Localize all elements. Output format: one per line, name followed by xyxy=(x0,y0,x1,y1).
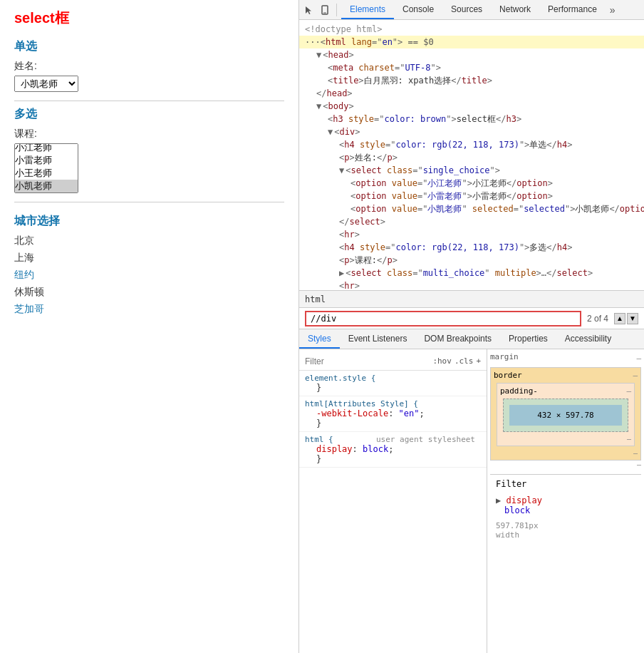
add-style-button[interactable]: + xyxy=(476,356,481,366)
style-rule-html: html { user agent stylesheet display: bl… xyxy=(299,432,487,468)
tab-dom-breakpoints[interactable]: DOM Breakpoints xyxy=(415,329,500,349)
styles-panel: :hov .cls + element.style { } html[Attri… xyxy=(299,349,644,653)
styles-filter-bar: :hov .cls + xyxy=(299,352,487,371)
line-opt2: <option value="小雷老师">小雷老师</option> xyxy=(299,190,644,202)
tab-network[interactable]: Network xyxy=(491,0,539,19)
border-bottom-dash: – xyxy=(494,449,638,457)
city-newyork: 纽约 xyxy=(14,269,284,282)
style-rule-element: element.style { } xyxy=(299,371,487,396)
multi-select[interactable]: 小江老师 小雷老师 小王老师 小凯老师 xyxy=(14,143,78,193)
box-margin-label: margin xyxy=(490,352,519,361)
cls-button[interactable]: .cls xyxy=(455,356,474,366)
cursor-icon[interactable] xyxy=(302,3,316,17)
line-h4-single: <h4 style="color: rgb(22, 118, 173)">单选<… xyxy=(299,138,644,151)
line-select-single: ▼<select class="single_choice"> xyxy=(299,164,644,177)
line-select-close: </select> xyxy=(299,215,644,228)
line-opt3: <option value="小凯老师" selected="selected"… xyxy=(299,202,644,215)
margin-bottom-dash: – xyxy=(490,461,641,468)
line-hr1: <hr> xyxy=(299,228,644,241)
box-model: margin – border – padding- – 432 × 597.7… xyxy=(487,349,644,653)
tab-styles[interactable]: Styles xyxy=(299,329,340,349)
tab-console[interactable]: Console xyxy=(394,0,442,19)
opt-xiaokai[interactable]: 小凯老师 xyxy=(15,180,78,192)
line-html: ···<html lang="en"> == $0 xyxy=(299,36,644,48)
line-head-open: ▼<head> xyxy=(299,48,644,61)
tab-elements[interactable]: Elements xyxy=(341,0,394,19)
tab-sources[interactable]: Sources xyxy=(442,0,491,19)
html-attr-selector: html[Attributes Style] { xyxy=(305,399,481,408)
tab-accessibility[interactable]: Accessibility xyxy=(556,329,620,349)
html-close: } xyxy=(305,454,481,464)
breadcrumb-bar: html xyxy=(299,291,644,308)
html-attr-close: } xyxy=(305,418,481,428)
console-input-bar: 2 of 4 ▲ ▼ xyxy=(299,308,644,329)
tag-html: html xyxy=(326,36,346,48)
line-body-open: ▼<body> xyxy=(299,100,644,113)
line-opt1: <option value="小江老师">小江老师</option> xyxy=(299,177,644,190)
devtools-toolbar: Elements Console Sources Network Perform… xyxy=(299,0,644,20)
line-doctype: <!doctype html> xyxy=(299,23,644,36)
user-agent-label: user agent stylesheet xyxy=(376,435,481,444)
box-margin-dash: – xyxy=(636,354,641,363)
city-heading: 城市选择 xyxy=(14,214,284,229)
styles-filter-input[interactable] xyxy=(305,356,432,366)
size-info: 597.781px width xyxy=(490,518,641,543)
city-chicago: 芝加哥 xyxy=(14,303,284,316)
multi-section: 多选 课程: 小江老师 小雷老师 小王老师 小凯老师 xyxy=(14,107,284,193)
styles-left: :hov .cls + element.style { } html[Attri… xyxy=(299,349,487,653)
nav-arrows: ▲ ▼ xyxy=(614,313,638,324)
webkit-locale-prop: -webkit-Locale: "en"; xyxy=(305,408,481,418)
multi-label: 课程: xyxy=(14,128,284,140)
computed-bottom: ▶ display block xyxy=(490,493,641,518)
line-hr2: <hr> xyxy=(299,279,644,291)
console-input[interactable] xyxy=(305,311,581,326)
line-h3: <h3 style="color: brown">select框</h3> xyxy=(299,113,644,125)
line-head-close: </head> xyxy=(299,87,644,100)
line-select-multi: ▶<select class="multi_choice" multiple>…… xyxy=(299,267,644,279)
devtools-panel: Elements Console Sources Network Perform… xyxy=(299,0,644,653)
single-section: 单选 姓名: 小江老师 小雷老师 小凯老师 xyxy=(14,39,284,92)
ellipsis-html: ··· xyxy=(305,36,321,48)
line-p-course: <p>课程:</p> xyxy=(299,254,644,267)
opt-xiaojiang[interactable]: 小江老师 xyxy=(15,143,78,154)
border-dash: – xyxy=(633,371,638,380)
more-tabs-icon[interactable]: » xyxy=(606,4,620,16)
box-padding-area: 432 × 597.78 xyxy=(503,399,628,432)
nav-down[interactable]: ▼ xyxy=(627,313,638,324)
element-style-close: } xyxy=(305,383,481,393)
console-count: 2 of 4 xyxy=(587,314,608,324)
bottom-filter-label: Filter xyxy=(496,479,526,489)
city-shanghai: 上海 xyxy=(14,252,284,264)
size-height: 597.781px xyxy=(496,521,635,530)
opt-xiaolei[interactable]: 小雷老师 xyxy=(15,154,78,167)
html-selector: html { xyxy=(305,435,333,444)
single-select[interactable]: 小江老师 小雷老师 小凯老师 xyxy=(14,76,78,92)
element-style-selector: element.style { xyxy=(305,374,481,383)
city-section: 城市选择 北京 上海 纽约 休斯顿 芝加哥 xyxy=(14,214,284,316)
computed-display: ▶ display xyxy=(496,495,635,505)
tab-performance[interactable]: Performance xyxy=(539,0,606,19)
opt-xiaowang[interactable]: 小王老师 xyxy=(15,167,78,180)
filter-actions: :hov .cls + xyxy=(432,356,481,366)
line-meta: <meta charset="UTF-8"> xyxy=(299,61,644,74)
tab-properties[interactable]: Properties xyxy=(500,329,556,349)
divider-2 xyxy=(14,202,284,202)
display-block-prop: display: block; xyxy=(305,444,481,454)
single-label: 姓名: xyxy=(14,60,284,73)
mobile-icon[interactable] xyxy=(318,3,332,17)
city-beijing: 北京 xyxy=(14,235,284,247)
padding-bottom-dash: – xyxy=(500,435,631,443)
left-panel: select框 单选 姓名: 小江老师 小雷老师 小凯老师 多选 课程: 小江老… xyxy=(0,0,299,653)
single-heading: 单选 xyxy=(14,39,284,54)
html-source[interactable]: <!doctype html> ···<html lang="en"> == $… xyxy=(299,20,644,291)
divider-1 xyxy=(14,101,284,101)
line-p-name: <p>姓名:</p> xyxy=(299,151,644,164)
hov-button[interactable]: :hov xyxy=(432,356,452,366)
box-content-area: 432 × 597.78 xyxy=(509,405,622,426)
page-title: select框 xyxy=(14,9,284,28)
nav-up[interactable]: ▲ xyxy=(614,313,625,324)
size-width-label: width xyxy=(496,530,635,540)
multi-heading: 多选 xyxy=(14,107,284,122)
breadcrumb-html[interactable]: html xyxy=(305,294,326,304)
tab-event-listeners[interactable]: Event Listeners xyxy=(340,329,416,349)
